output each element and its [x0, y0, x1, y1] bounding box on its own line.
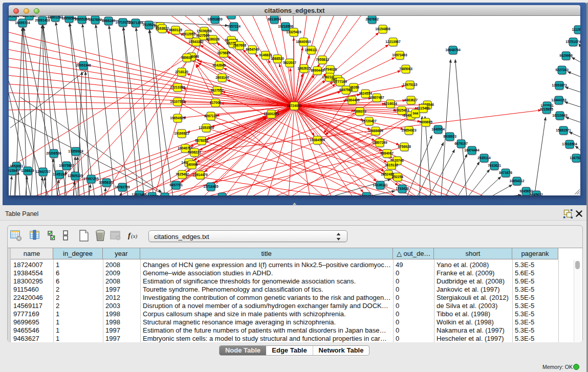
svg-text:8267130: 8267130 [204, 114, 217, 118]
svg-text:1615132: 1615132 [385, 163, 398, 167]
svg-text:1145194: 1145194 [53, 172, 66, 176]
svg-text:10655267: 10655267 [74, 17, 90, 21]
svg-text:1167533: 1167533 [570, 156, 580, 160]
svg-text:16914479: 16914479 [192, 173, 208, 177]
svg-text:9457791: 9457791 [169, 183, 183, 187]
svg-text:18474444: 18474444 [464, 148, 480, 152]
svg-text:9884067: 9884067 [380, 151, 394, 155]
svg-text:9329966: 9329966 [559, 54, 573, 57]
svg-text:12975115: 12975115 [403, 83, 418, 86]
svg-text:16543382: 16543382 [188, 40, 204, 43]
svg-text:8990448: 8990448 [311, 69, 324, 72]
svg-text:20091416: 20091416 [35, 18, 50, 22]
svg-text:19384554: 19384554 [310, 138, 325, 142]
svg-text:18300295: 18300295 [264, 112, 279, 116]
svg-text:18301297: 18301297 [48, 16, 63, 19]
svg-text:945773: 945773 [159, 195, 170, 195]
svg-text:5498222: 5498222 [188, 150, 201, 154]
svg-text:8427552: 8427552 [210, 89, 224, 92]
svg-text:6497568: 6497568 [339, 88, 353, 92]
svg-text:19218506: 19218506 [278, 25, 293, 28]
svg-text:8186328: 8186328 [206, 37, 220, 41]
svg-text:17957255: 17957255 [83, 177, 99, 181]
svg-text:7625402: 7625402 [176, 172, 189, 176]
svg-text:9245632: 9245632 [530, 193, 543, 195]
svg-text:7632621: 7632621 [488, 164, 501, 167]
svg-text:10025433: 10025433 [394, 108, 409, 112]
svg-text:8471676: 8471676 [499, 171, 512, 174]
svg-text:20364436: 20364436 [344, 98, 360, 102]
svg-text:1112604: 1112604 [572, 28, 580, 31]
svg-text:1733425: 1733425 [360, 194, 373, 195]
svg-text:173342: 173342 [216, 195, 228, 195]
svg-text:7485063: 7485063 [399, 67, 412, 71]
svg-text:9463627: 9463627 [404, 98, 418, 102]
svg-text:5822037: 5822037 [283, 61, 296, 64]
svg-text:10807487: 10807487 [369, 96, 384, 99]
svg-text:1695404: 1695404 [9, 16, 19, 18]
svg-text:10688609: 10688609 [368, 129, 383, 133]
svg-text:9242848: 9242848 [212, 63, 226, 67]
svg-text:3824554: 3824554 [359, 92, 372, 95]
svg-text:6466160: 6466160 [102, 19, 115, 23]
svg-text:1696111: 1696111 [305, 48, 318, 52]
svg-text:8813054: 8813054 [268, 17, 281, 21]
svg-text:8110907: 8110907 [225, 16, 238, 16]
svg-text:12942737: 12942737 [35, 170, 51, 173]
svg-text:8660125: 8660125 [169, 28, 182, 32]
svg-text:15892971: 15892971 [556, 128, 571, 132]
svg-text:4163822: 4163822 [156, 27, 169, 30]
svg-text:2718120: 2718120 [175, 70, 188, 74]
svg-text:19166822: 19166822 [174, 132, 189, 135]
svg-text:252254: 252254 [392, 175, 403, 179]
svg-text:17016504: 17016504 [562, 142, 577, 146]
svg-text:12823466: 12823466 [132, 193, 147, 195]
svg-text:14136141: 14136141 [373, 183, 388, 187]
svg-text:16782759: 16782759 [115, 185, 130, 189]
svg-text:6794028: 6794028 [323, 68, 337, 71]
svg-text:16648784: 16648784 [445, 48, 461, 52]
svg-text:17359924: 17359924 [68, 149, 83, 153]
svg-text:10975867: 10975867 [59, 164, 74, 167]
svg-text:7857224: 7857224 [227, 25, 241, 28]
svg-text:12213389: 12213389 [170, 85, 185, 89]
svg-text:16154808: 16154808 [375, 27, 390, 31]
svg-text:16671355: 16671355 [128, 21, 143, 25]
svg-text:989637: 989637 [181, 56, 192, 59]
svg-text:12444153: 12444153 [551, 98, 567, 102]
svg-text:140994: 140994 [186, 163, 198, 166]
svg-text:12093873: 12093873 [552, 83, 567, 87]
svg-text:817006: 817006 [210, 101, 221, 104]
svg-text:1362615: 1362615 [297, 67, 311, 70]
svg-text:19654925: 19654925 [170, 116, 185, 120]
svg-text:10973493: 10973493 [392, 53, 407, 57]
svg-text:2367608: 2367608 [233, 43, 246, 47]
svg-text:2087682: 2087682 [365, 17, 379, 21]
svg-text:2603144: 2603144 [215, 76, 229, 79]
svg-text:16107552: 16107552 [170, 100, 185, 103]
svg-text:10654112: 10654112 [510, 179, 525, 183]
svg-text:15716485: 15716485 [203, 185, 219, 188]
svg-text:13325419: 13325419 [286, 30, 301, 34]
svg-text:12505135: 12505135 [68, 174, 83, 178]
svg-text:9756928: 9756928 [398, 145, 411, 148]
svg-text:6679197: 6679197 [454, 142, 468, 145]
svg-text:7955812: 7955812 [316, 58, 329, 61]
svg-text:8878352: 8878352 [195, 139, 208, 142]
svg-text:1588520: 1588520 [271, 57, 284, 60]
svg-text:12353594: 12353594 [199, 126, 214, 129]
svg-text:3915941: 3915941 [9, 169, 19, 172]
svg-text:12213967: 12213967 [385, 40, 401, 43]
svg-text:9115460: 9115460 [417, 106, 430, 110]
svg-text:9327506: 9327506 [196, 34, 209, 37]
svg-text:9146821: 9146821 [259, 53, 272, 57]
svg-text:20206536: 20206536 [46, 151, 61, 155]
svg-text:8912955: 8912955 [182, 32, 195, 36]
svg-text:8454749: 8454749 [246, 48, 259, 51]
svg-text:15751074: 15751074 [565, 40, 580, 43]
svg-text:1640954: 1640954 [431, 127, 445, 131]
svg-text:6216024: 6216024 [384, 102, 397, 105]
svg-text:7386372: 7386372 [353, 110, 366, 113]
svg-text:18640910: 18640910 [296, 40, 311, 43]
svg-text:19654923: 19654923 [401, 128, 417, 132]
